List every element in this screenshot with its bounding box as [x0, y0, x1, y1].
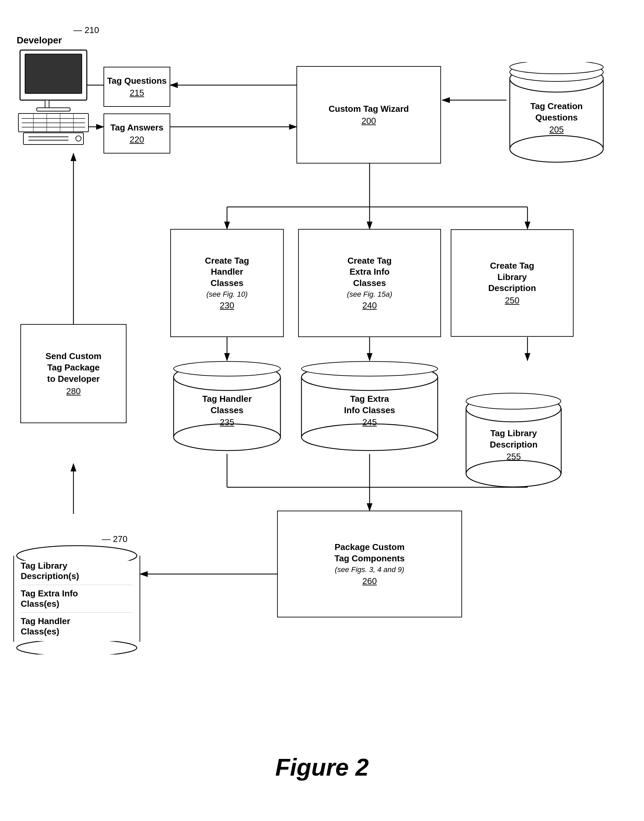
package-custom-box: Package CustomTag Components (see Figs. …: [277, 511, 462, 617]
custom-tag-wizard-box: Custom Tag Wizard 200: [296, 66, 441, 164]
tag-library-desc-title: Tag LibraryDescription: [490, 428, 538, 450]
tag-library-desc-number: 255: [506, 452, 521, 462]
tag-questions-number: 215: [130, 88, 144, 98]
tag-extra-info-number: 245: [362, 417, 377, 427]
create-tag-handler-subtitle: (see Fig. 10): [206, 289, 248, 299]
send-custom-title: Send CustomTag Packageto Developer: [45, 351, 101, 384]
tag-handler-classes-title: Tag HandlerClasses: [202, 394, 252, 416]
tag-library-desc-cyl: Tag LibraryDescription 255: [463, 392, 564, 491]
tag-answers-number: 220: [130, 135, 144, 145]
svg-rect-25: [45, 100, 49, 109]
create-tag-extra-title: Create TagExtra InfoClasses: [348, 255, 392, 289]
create-tag-extra-number: 240: [362, 300, 377, 311]
ref-270: — 270: [102, 534, 127, 544]
create-tag-extra-subtitle: (see Fig. 15a): [347, 289, 392, 299]
custom-tag-wizard-title: Custom Tag Wizard: [328, 103, 409, 115]
figure-caption: Figure 2: [0, 754, 644, 781]
multi-cyl-item-3: Tag HandlerClass(es): [21, 616, 133, 637]
tag-extra-info-cyl: Tag ExtraInfo Classes 245: [298, 360, 441, 454]
tag-creation-questions-cyl: Tag CreationQuestions 205: [506, 62, 607, 164]
create-tag-handler-number: 230: [220, 300, 234, 311]
svg-point-56: [17, 546, 137, 561]
tag-creation-questions-title: Tag CreationQuestions: [531, 101, 583, 124]
svg-rect-24: [25, 54, 82, 93]
send-custom-box: Send CustomTag Packageto Developer 280: [20, 324, 127, 423]
svg-point-36: [76, 136, 81, 141]
developer-label: Developer: [17, 35, 62, 46]
multi-cylinder-270: Tag LibraryDescription(s) Tag Extra Info…: [13, 544, 140, 654]
package-custom-title: Package CustomTag Components: [334, 542, 405, 564]
tag-answers-box: Tag Answers 220: [103, 113, 170, 153]
tag-handler-classes-number: 235: [220, 417, 234, 427]
tag-questions-box: Tag Questions 215: [103, 67, 170, 107]
send-custom-number: 280: [66, 386, 80, 397]
tag-handler-classes-cyl: Tag HandlerClasses 235: [170, 360, 284, 454]
tag-extra-info-title: Tag ExtraInfo Classes: [344, 394, 395, 416]
create-tag-library-title: Create TagLibraryDescription: [488, 260, 536, 294]
create-tag-handler-box: Create TagHandlerClasses (see Fig. 10) 2…: [170, 229, 284, 337]
multi-cyl-item-1: Tag LibraryDescription(s): [21, 561, 133, 585]
tag-questions-title: Tag Questions: [107, 75, 167, 87]
package-custom-number: 260: [362, 576, 377, 587]
diagram-container: Developer — 210: [0, 0, 644, 821]
tag-creation-questions-number: 205: [549, 124, 564, 135]
ref-210: — 210: [74, 25, 99, 35]
developer-computer: [13, 47, 94, 148]
create-tag-library-box: Create TagLibraryDescription 250: [451, 229, 573, 337]
custom-tag-wizard-number: 200: [362, 116, 376, 126]
multi-cyl-item-2: Tag Extra InfoClass(es): [21, 588, 133, 613]
svg-rect-26: [37, 108, 70, 111]
svg-rect-35: [23, 133, 83, 144]
create-tag-extra-box: Create TagExtra InfoClasses (see Fig. 15…: [298, 229, 441, 337]
create-tag-library-number: 250: [505, 296, 519, 306]
create-tag-handler-title: Create TagHandlerClasses: [205, 255, 249, 289]
tag-answers-title: Tag Answers: [110, 122, 164, 133]
package-custom-subtitle: (see Figs. 3, 4 and 9): [335, 565, 404, 575]
svg-point-57: [17, 641, 137, 654]
